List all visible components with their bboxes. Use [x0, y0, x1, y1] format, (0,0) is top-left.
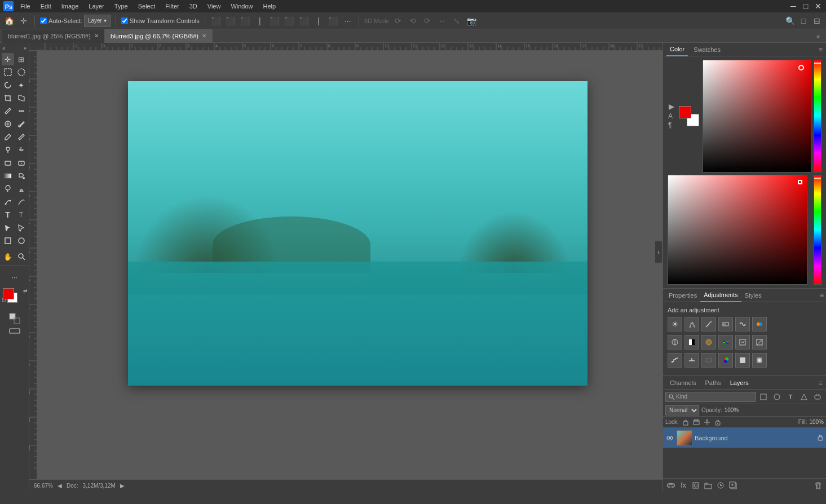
panel-toggle-icon[interactable]: ⊟ [811, 15, 823, 26]
3d-slide-icon[interactable]: ↔ [436, 15, 448, 26]
history-brush-btn[interactable] [15, 144, 28, 156]
dodge-btn[interactable] [2, 183, 14, 195]
status-arrow-left[interactable]: ◀ [58, 483, 62, 489]
lock-move-icon[interactable] [703, 418, 712, 427]
menu-filter[interactable]: Filter [161, 2, 183, 11]
menu-image[interactable]: Image [57, 2, 83, 11]
align-bottom-icon[interactable]: ⬛ [298, 15, 310, 26]
lock-all-icon[interactable] [713, 418, 722, 427]
align-left-icon[interactable]: ⬛ [210, 15, 222, 26]
artboard-tool-btn[interactable]: ⊞ [15, 53, 28, 65]
freeform-pen-btn[interactable] [15, 196, 28, 208]
home-icon[interactable]: 🏠 [3, 15, 15, 26]
more-options-icon[interactable]: ··· [342, 15, 354, 26]
close-button[interactable]: ✕ [812, 1, 824, 12]
adj-threshold-icon[interactable] [684, 353, 699, 368]
blend-mode-select[interactable]: Normal Multiply Screen [665, 405, 699, 415]
adj-levels-icon[interactable] [684, 317, 699, 331]
adj-channelmix-icon[interactable] [718, 335, 733, 350]
path-selection-btn[interactable] [2, 222, 14, 234]
layer-lock-icon[interactable] [817, 434, 824, 442]
rect-shape-btn[interactable] [2, 235, 14, 247]
adj-colorbalance-icon[interactable] [668, 335, 682, 350]
burn-btn[interactable] [15, 183, 28, 195]
link-layers-btn[interactable] [665, 480, 677, 491]
menu-select[interactable]: Select [134, 2, 160, 11]
gradient-btn[interactable] [2, 170, 14, 182]
autoselect-checkbox[interactable] [40, 17, 47, 24]
3d-cam-icon[interactable]: 📷 [466, 15, 477, 26]
lock-pixels-icon[interactable] [681, 418, 690, 427]
tools-collapse-icon[interactable]: « [2, 45, 6, 51]
distribute-icon[interactable]: ⬛ [328, 15, 339, 26]
new-adj-layer-btn[interactable] [715, 480, 726, 491]
adj-posterize-icon[interactable] [668, 353, 682, 368]
type-mask-btn[interactable]: T [15, 209, 28, 221]
menu-view[interactable]: View [203, 2, 226, 11]
adj-hsl-icon[interactable] [752, 317, 767, 331]
collapse-panels-icon[interactable]: » [812, 30, 824, 42]
direct-selection-btn[interactable] [15, 222, 28, 234]
large-spectrum-box[interactable] [668, 175, 807, 285]
3d-scale-icon[interactable]: ⤡ [451, 15, 462, 26]
menu-edit[interactable]: Edit [36, 2, 56, 11]
tab-blurred1[interactable]: blurred1.jpg @ 25% (RGB/8#) ✕ [2, 29, 105, 43]
heal-brush-btn[interactable] [15, 118, 28, 130]
layer-filter-adj[interactable] [771, 391, 783, 403]
tab-properties[interactable]: Properties [665, 289, 700, 302]
layer-visibility-eye[interactable] [665, 434, 674, 443]
ruler-btn[interactable] [15, 105, 28, 117]
move-tool-btn[interactable]: ✛ [2, 53, 14, 65]
align-top-icon[interactable]: ⬛ [269, 15, 280, 26]
layer-dropdown[interactable]: Layer ▾ [84, 15, 111, 27]
layers-panel-menu[interactable]: ≡ [819, 379, 823, 386]
restore-button[interactable]: □ [800, 1, 811, 12]
screen-mode-icon[interactable] [8, 328, 21, 335]
panels-collapse-handle[interactable]: ‹ [655, 241, 662, 263]
ellipse-marquee-btn[interactable] [15, 66, 28, 78]
clone-stamp-btn[interactable] [2, 144, 14, 156]
swap-colors-icon[interactable]: ⇄ [23, 288, 28, 294]
tab-color[interactable]: Color [666, 43, 688, 56]
large-hue-bar[interactable] [814, 175, 821, 285]
large-spectrum[interactable] [668, 175, 821, 285]
brush-btn[interactable] [2, 131, 14, 143]
tab-paths[interactable]: Paths [701, 376, 724, 390]
pencil-btn[interactable] [15, 131, 28, 143]
menu-type[interactable]: Type [110, 2, 132, 11]
tab-channels[interactable]: Channels [666, 376, 699, 390]
crop-tool-btn[interactable] [2, 92, 14, 104]
eyedropper-btn[interactable] [2, 105, 14, 117]
tab-swatches[interactable]: Swatches [690, 43, 724, 56]
tab-adjustments[interactable]: Adjustments [700, 289, 741, 302]
paint-bucket-btn[interactable] [15, 170, 28, 182]
fg-color-preview[interactable] [679, 106, 691, 118]
magic-wand-btn[interactable]: ✦ [15, 79, 28, 91]
adj-photofilter-icon[interactable] [701, 335, 716, 350]
tab-styles[interactable]: Styles [741, 289, 765, 302]
adj-curves-icon[interactable] [701, 317, 716, 331]
pen-btn[interactable] [2, 196, 14, 208]
zoom-btn[interactable] [15, 250, 28, 263]
adj-brightness-icon[interactable]: ☀ [668, 317, 682, 331]
layer-filter-type[interactable]: T [784, 391, 797, 403]
adj-solidfill-icon[interactable] [735, 353, 750, 368]
ellipse-shape-btn[interactable] [15, 235, 28, 247]
menu-3d[interactable]: 3D [185, 2, 202, 11]
new-group-btn[interactable] [703, 480, 714, 491]
tab2-close[interactable]: ✕ [202, 33, 206, 39]
layer-item-background[interactable]: Background [663, 428, 826, 448]
align-right-icon[interactable]: ⬛ [240, 15, 251, 26]
tools-expand-icon[interactable]: » [23, 45, 26, 51]
hue-slider[interactable] [814, 60, 821, 173]
tab-blurred3[interactable]: blurred3.jpg @ 66,7% (RGB/8#) ✕ [105, 29, 213, 43]
tab-layers[interactable]: Layers [727, 376, 752, 390]
more-tools-btn[interactable]: ··· [2, 271, 28, 283]
canvas-content[interactable] [45, 59, 662, 487]
align-center-v-icon[interactable]: ⬛ [284, 15, 295, 26]
move-tool-options[interactable]: ✛ [18, 15, 29, 26]
layer-filter-smart[interactable] [811, 391, 824, 403]
adj-bw-icon[interactable] [684, 335, 699, 350]
add-fx-btn[interactable]: fx [678, 480, 689, 491]
menu-window[interactable]: Window [226, 2, 257, 11]
